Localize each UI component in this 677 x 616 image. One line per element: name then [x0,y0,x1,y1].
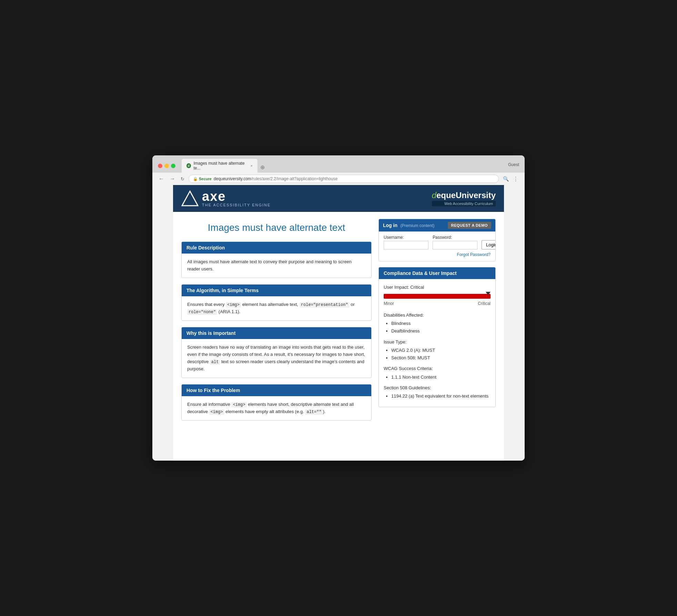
address-bar: ← → ↻ 🔒 Secure dequeuniversity.com/rules… [152,173,525,185]
main-layout: Images must have alternate text Rule Des… [173,212,504,434]
list-item: Deafblindness [391,327,491,335]
request-demo-button[interactable]: REQUEST A DEMO [448,222,491,229]
algorithm-body: Ensures that every <img> element has alt… [182,296,371,320]
wcag-list: 1.1.1 Non-text Content [384,373,491,381]
site-header: axe THE ACCESSIBILITY ENGINE dequeUniver… [173,185,504,212]
list-item: Blindness [391,320,491,327]
reload-button[interactable]: ↻ [179,176,186,182]
img-code-1: <img> [226,302,241,308]
deque-subtitle: Web Accessibility Curriculum [432,201,496,206]
importance-heading: Why this is Important [182,327,371,339]
axe-brand: axe THE ACCESSIBILITY ENGINE [202,190,271,207]
username-input[interactable] [384,241,428,249]
impact-bar-container [384,294,491,299]
impact-bar-pointer [486,292,491,295]
deque-logo: dequeUniversity Web Accessibility Curric… [432,191,496,206]
url-domain: dequeuniversity.com [214,176,251,181]
impact-bar [384,294,491,299]
page-wrapper: axe THE ACCESSIBILITY ENGINE dequeUniver… [173,185,504,461]
back-button[interactable]: ← [157,175,165,183]
rule-description-body: All images must have alternate text to c… [182,254,371,278]
login-button-container: Login [482,235,496,249]
url-text: dequeuniversity.com/rules/axe/2.2/image-… [214,176,338,181]
lock-icon: 🔒 [193,177,198,181]
disabilities-section: Disabilities Affected: Blindness Deafbli… [384,311,491,335]
address-box[interactable]: 🔒 Secure dequeuniversity.com/rules/axe/2… [189,175,499,183]
password-input[interactable] [433,241,477,249]
algorithm-text: Ensures that every <img> element has alt… [187,301,366,316]
deque-name-text: dequeUniversity [432,191,496,200]
page-title: Images must have alternate text [181,222,372,233]
close-button[interactable] [158,164,162,168]
role-none-code: role="none" [187,309,217,315]
secure-badge: 🔒 Secure [193,177,212,181]
axe-triangle-icon [181,190,199,207]
axe-name-text: axe [202,190,271,203]
url-path: /rules/axe/2.2/image-alt?application=lig… [251,176,338,181]
section508-heading: Section 508 Guidelines: [384,384,491,392]
login-button[interactable]: Login [482,240,496,249]
left-column: Images must have alternate text Rule Des… [181,219,372,427]
forward-button[interactable]: → [168,175,176,183]
menu-icon[interactable]: ⋮ [512,175,520,183]
impact-bar-labels: Minor Critical [384,300,491,308]
login-title: Log in (Premium content) [383,222,434,228]
login-label: Log in [383,223,397,228]
wcag-heading: WCAG Success Criteria: [384,365,491,372]
list-item: 1194.22 (a) Text equivalent for non-text… [391,392,491,400]
tab-title: Images must have alternate te... [194,161,246,171]
list-item: WCAG 2.0 (A): MUST [391,347,491,354]
disabilities-list: Blindness Deafblindness [384,320,491,335]
minimize-button[interactable] [164,164,169,168]
importance-text: Screen readers have no way of translatin… [187,344,366,373]
browser-window: d Images must have alternate te... × ⊕ G… [152,155,525,461]
rule-description-text: All images must have alternate text to c… [187,258,366,273]
compliance-body: User Impact: Critical Minor Critical [379,279,495,407]
fix-text: Ensure all informative <img> elements ha… [187,401,366,415]
tab-area: d Images must have alternate te... × ⊕ [182,159,505,173]
alt-empty-code: alt="" [305,409,323,415]
deque-rest: equeUniversity [436,191,496,200]
algorithm-heading: The Algorithm, in Simple Terms [182,285,371,296]
importance-card: Why this is Important Screen readers hav… [181,327,372,378]
svg-marker-0 [182,191,198,206]
compliance-heading: Compliance Data & User Impact [379,267,495,279]
algorithm-card: The Algorithm, in Simple Terms Ensures t… [181,284,372,321]
alt-code: alt [210,359,220,365]
rule-description-card: Rule Description All images must have al… [181,242,372,278]
fix-body: Ensure all informative <img> elements ha… [182,396,371,420]
rule-description-heading: Rule Description [182,242,371,254]
img-code-3: <img> [209,409,224,415]
active-tab[interactable]: d Images must have alternate te... × [182,159,257,173]
issue-type-list: WCAG 2.0 (A): MUST Section 508: MUST [384,347,491,362]
search-icon[interactable]: 🔍 [503,176,509,182]
importance-body: Screen readers have no way of translatin… [182,339,371,378]
issue-type-section: Issue Type: WCAG 2.0 (A): MUST Section 5… [384,338,491,362]
axe-tagline: THE ACCESSIBILITY ENGINE [202,203,271,207]
critical-label: Critical [478,300,491,308]
tab-close-icon[interactable]: × [251,164,253,168]
minor-label: Minor [384,300,394,308]
fix-heading: How to Fix the Problem [182,384,371,396]
right-column: Log in (Premium content) REQUEST A DEMO … [378,219,496,427]
guest-label: Guest [508,162,519,169]
section508-list: 1194.22 (a) Text equivalent for non-text… [384,392,491,400]
login-body: Username: Password: Login [379,232,495,261]
password-field: Password: [433,235,477,249]
new-tab-button[interactable]: ⊕ [257,162,267,173]
issue-type-heading: Issue Type: [384,338,491,346]
tab-favicon: d [186,163,191,168]
maximize-button[interactable] [171,164,175,168]
user-impact-label: User Impact: Critical [384,283,491,291]
login-panel: Log in (Premium content) REQUEST A DEMO … [378,219,496,261]
disabilities-heading: Disabilities Affected: [384,311,491,319]
list-item: 1.1.1 Non-text Content [391,373,491,381]
deque-d-letter: d [432,191,436,200]
password-label: Password: [433,235,477,240]
traffic-lights [158,164,175,168]
username-label: Username: [384,235,428,240]
forgot-password-link[interactable]: Forgot Password? [384,252,491,257]
browser-content: axe THE ACCESSIBILITY ENGINE dequeUniver… [152,185,525,461]
list-item: Section 508: MUST [391,354,491,362]
role-presentation-code: role="presentation" [300,302,350,308]
